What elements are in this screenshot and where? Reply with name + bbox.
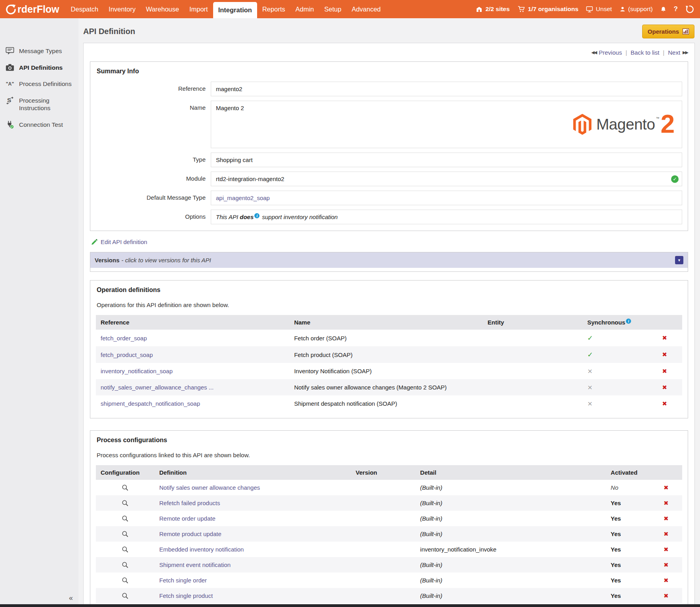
process-definition-link[interactable]: Remote product update <box>159 531 221 537</box>
process-definition-link[interactable]: Refetch failed products <box>159 500 220 506</box>
nav-import[interactable]: Import <box>184 0 213 18</box>
sites-selector[interactable]: 2/2 sites <box>476 6 509 13</box>
history-icon[interactable] <box>685 5 694 13</box>
orderflow-logo[interactable]: rderFlow <box>0 0 59 18</box>
edit-api-definition-link[interactable]: Edit API definition <box>101 239 147 245</box>
user-icon <box>620 6 626 12</box>
magento-mark-icon <box>573 114 591 135</box>
orderflow-logo-icon <box>6 4 16 15</box>
versions-toggle-bar[interactable]: Versions - click to view versions for th… <box>90 252 688 268</box>
name-value: Magento 2 Magento ™ 2 <box>211 101 682 148</box>
info-icon[interactable]: i <box>254 213 259 218</box>
info-icon[interactable]: i <box>626 319 631 324</box>
edit-api-definition-row: Edit API definition <box>84 231 694 251</box>
process-definition-link[interactable]: Fetch single product <box>159 592 213 599</box>
nav-inventory[interactable]: Inventory <box>103 0 141 18</box>
magnifier-icon[interactable] <box>122 561 129 569</box>
magnifier-icon[interactable] <box>122 515 129 522</box>
module-text: rtd2-integration-magento2 <box>216 176 284 182</box>
organisations-label: 1/7 organisations <box>528 6 578 13</box>
sidebar-item-label: Connection Test <box>19 121 63 128</box>
magnifier-icon[interactable] <box>122 531 129 538</box>
magnifier-icon[interactable] <box>122 500 129 507</box>
chevron-down-icon[interactable]: ▼ <box>675 256 683 264</box>
sidebar-item-process-definitions[interactable]: "A" Process Definitions <box>0 76 78 92</box>
process-definition-link[interactable]: Notify sales owner allowance changes <box>159 484 260 491</box>
sidebar-item-api-definitions[interactable]: API Definitions <box>0 59 78 76</box>
next-link[interactable]: Next <box>668 49 680 56</box>
process-definition-link[interactable]: Shipment event notification <box>159 561 231 568</box>
screen-bottom-edge <box>0 604 700 607</box>
col-activated: Activated <box>606 465 650 480</box>
delete-configuration-icon[interactable]: ✖ <box>664 531 669 538</box>
magnifier-icon[interactable] <box>122 546 129 553</box>
operation-reference-link[interactable]: inventory_notification_soap <box>101 368 173 374</box>
previous-arrows-icon: ◀◀ <box>591 50 597 55</box>
process-detail: (Built-in) <box>416 573 606 588</box>
process-definition-link[interactable]: Remote order update <box>159 515 216 522</box>
summary-title: Summary Info <box>90 62 688 75</box>
delete-configuration-icon[interactable]: ✖ <box>664 500 669 507</box>
operations-button-label: Operations <box>648 28 679 35</box>
activated-value: Yes <box>611 577 621 584</box>
user-menu[interactable]: (support) <box>620 6 653 13</box>
delete-configuration-icon[interactable]: ✖ <box>664 577 669 584</box>
nav-integration[interactable]: Integration <box>213 2 257 18</box>
device-selector[interactable]: Unset <box>586 6 612 13</box>
sidebar-item-processing-instructions[interactable]: S Processing Instructions <box>0 92 78 116</box>
nav-setup[interactable]: Setup <box>319 0 347 18</box>
delete-operation-icon[interactable]: ✖ <box>662 334 667 342</box>
back-to-list-link[interactable]: Back to list <box>631 49 660 56</box>
col-configuration: Configuration <box>96 465 154 480</box>
process-detail: (Built-in) <box>416 526 606 542</box>
synchronous-indicator: × <box>587 400 592 407</box>
delete-configuration-icon[interactable]: ✖ <box>664 592 669 599</box>
operation-reference-link[interactable]: shipment_despatch_notification_soap <box>101 400 200 407</box>
device-label: Unset <box>596 6 612 13</box>
operation-reference-link[interactable]: fetch_product_soap <box>101 351 153 358</box>
pager-separator: | <box>626 49 627 56</box>
top-right-controls: 2/2 sites 1/7 organisations Unset (suppo… <box>476 0 700 18</box>
process-definition-link[interactable]: Fetch single order <box>159 577 207 584</box>
delete-configuration-icon[interactable]: ✖ <box>664 484 669 491</box>
operations-button[interactable]: Operations <box>642 25 694 38</box>
col-entity: Entity <box>483 315 583 330</box>
default-message-type-link[interactable]: api_magento2_soap <box>216 195 270 201</box>
nav-warehouse[interactable]: Warehouse <box>141 0 184 18</box>
magnifier-icon[interactable] <box>122 484 129 491</box>
process-definition-link[interactable]: Embedded inventory notification <box>159 546 244 553</box>
sidebar-item-connection-test[interactable]: Connection Test <box>0 116 78 133</box>
operation-reference-link[interactable]: notify_sales_owner_allowance_changes ... <box>101 384 214 391</box>
process-version <box>351 526 416 542</box>
delete-operation-icon[interactable]: ✖ <box>662 368 667 375</box>
operation-reference-link[interactable]: fetch_order_soap <box>101 335 147 342</box>
name-text: Magento 2 <box>216 105 244 111</box>
organisations-selector[interactable]: 1/7 organisations <box>517 6 578 13</box>
nav-reports[interactable]: Reports <box>257 0 290 18</box>
activated-value: Yes <box>611 546 621 553</box>
operation-name: Inventory Notification (SOAP) <box>289 363 483 379</box>
process-configurations-panel: Process configurations Process configura… <box>90 430 688 607</box>
operation-row: shipment_despatch_notification_soap Ship… <box>96 395 682 412</box>
delete-configuration-icon[interactable]: ✖ <box>664 546 669 553</box>
operation-definitions-panel: Operation definitions Operations for thi… <box>90 280 688 418</box>
col-definition: Definition <box>154 465 351 480</box>
nav-admin[interactable]: Admin <box>290 0 319 18</box>
delete-operation-icon[interactable]: ✖ <box>662 384 667 391</box>
delete-operation-icon[interactable]: ✖ <box>662 400 667 407</box>
nav-advanced[interactable]: Advanced <box>347 0 386 18</box>
sidebar-collapse-button[interactable]: « <box>69 594 73 602</box>
nav-despatch[interactable]: Despatch <box>66 0 104 18</box>
reference-label: Reference <box>96 82 211 96</box>
help-icon[interactable]: ? <box>674 5 678 13</box>
delete-configuration-icon[interactable]: ✖ <box>664 515 669 522</box>
magnifier-icon[interactable] <box>122 577 129 584</box>
delete-configuration-icon[interactable]: ✖ <box>664 561 669 569</box>
process-configuration-row: Embedded inventory notification inventor… <box>96 542 682 557</box>
delete-operation-icon[interactable]: ✖ <box>662 351 667 358</box>
sidebar-item-message-types[interactable]: Message Types <box>0 43 78 59</box>
sidebar-item-label: Message Types <box>19 47 62 55</box>
magnifier-icon[interactable] <box>122 592 129 599</box>
notifications-bell-icon[interactable] <box>660 6 666 13</box>
previous-link[interactable]: Previous <box>599 49 622 56</box>
